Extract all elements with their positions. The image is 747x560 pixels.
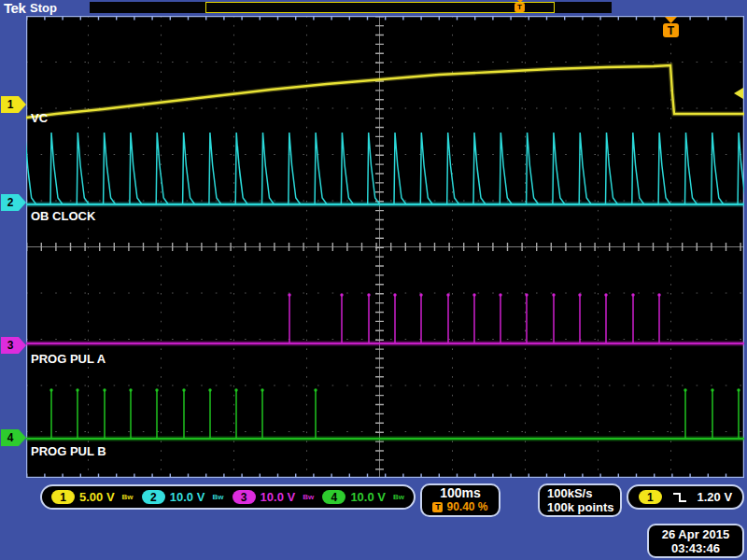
oscilloscope-screen: Tek Stop T T VC OB CLOCK PROG PUL A PROG…: [0, 0, 747, 560]
channel-3-bandwidth-icon: Bw: [303, 493, 314, 501]
channel-2-bandwidth-icon: Bw: [212, 493, 223, 501]
channel-1-number-badge: 1: [51, 490, 75, 504]
channel-1-bandwidth-icon: Bw: [122, 493, 134, 501]
waveform-display[interactable]: T VC OB CLOCK PROG PUL A PROG PUL B: [26, 16, 744, 478]
channel-2-number-badge: 2: [142, 490, 165, 504]
channel-1-position-badge[interactable]: 1: [1, 96, 26, 113]
channel-3-label: PROG PUL A: [31, 352, 106, 366]
channel-2-label: OB CLOCK: [31, 209, 95, 223]
time-text: 03:43:46: [671, 541, 720, 555]
channel-2-position-badge[interactable]: 2: [1, 194, 26, 211]
date-text: 26 Apr 2015: [662, 527, 730, 541]
trigger-source-badge: 1: [639, 490, 662, 504]
channel-2-readout[interactable]: 2 10.0 V Bw: [142, 490, 224, 504]
record-trigger-t-icon[interactable]: T: [514, 3, 525, 12]
channel-3-readout[interactable]: 3 10.0 V Bw: [233, 490, 315, 504]
trigger-t-icon: T: [432, 502, 443, 512]
trigger-position-marker[interactable]: [665, 17, 677, 23]
channel-3-scale: 10.0 V: [261, 490, 296, 504]
datetime-pill: 26 Apr 2015 03:43:46: [647, 524, 744, 558]
channel-4-scale: 10.0 V: [350, 490, 386, 504]
acquisition-pill[interactable]: 100kS/s 100k points: [538, 483, 622, 517]
channel-4-bandwidth-icon: Bw: [393, 493, 404, 501]
trigger-level-value: 1.20 V: [698, 490, 733, 504]
waveform-canvas: T: [26, 16, 744, 478]
record-length: 100k points: [547, 500, 614, 514]
record-position-bar[interactable]: T: [90, 2, 612, 13]
channel-1-label: VC: [31, 111, 48, 125]
trigger-position-row: T 90.40 %: [432, 500, 487, 514]
header-bar: Tek Stop T: [0, 0, 747, 16]
trigger-level-arrow[interactable]: [734, 88, 743, 99]
trigger-settings-pill[interactable]: 1 1.20 V: [627, 484, 744, 510]
trigger-position-value: 90.40 %: [446, 500, 487, 514]
acquisition-status: Stop: [30, 1, 57, 15]
channel-2-scale: 10.0 V: [170, 490, 205, 504]
channel-3-position-badge[interactable]: 3: [1, 337, 26, 354]
channel-3-number-badge: 3: [233, 490, 256, 504]
record-window-indicator[interactable]: [205, 2, 555, 13]
channel-4-position-badge[interactable]: 4: [1, 429, 26, 446]
channel-readouts-pill[interactable]: 1 5.00 V Bw 2 10.0 V Bw 3 10.0 V Bw 4 10…: [40, 484, 416, 510]
channel-1-scale: 5.00 V: [79, 490, 115, 504]
channel-4-readout[interactable]: 4 10.0 V Bw: [322, 490, 404, 504]
falling-edge-icon: [672, 491, 687, 504]
tek-logo: Tek: [4, 0, 25, 16]
timebase-value: 100ms: [440, 486, 481, 500]
channel-4-number-badge: 4: [322, 490, 345, 504]
sample-rate: 100kS/s: [547, 486, 592, 500]
trigger-position-t-text: T: [668, 24, 675, 37]
channel-1-readout[interactable]: 1 5.00 V Bw: [51, 490, 134, 504]
channel-4-label: PROG PUL B: [31, 444, 106, 458]
horizontal-settings-pill[interactable]: 100ms T 90.40 %: [420, 483, 500, 517]
